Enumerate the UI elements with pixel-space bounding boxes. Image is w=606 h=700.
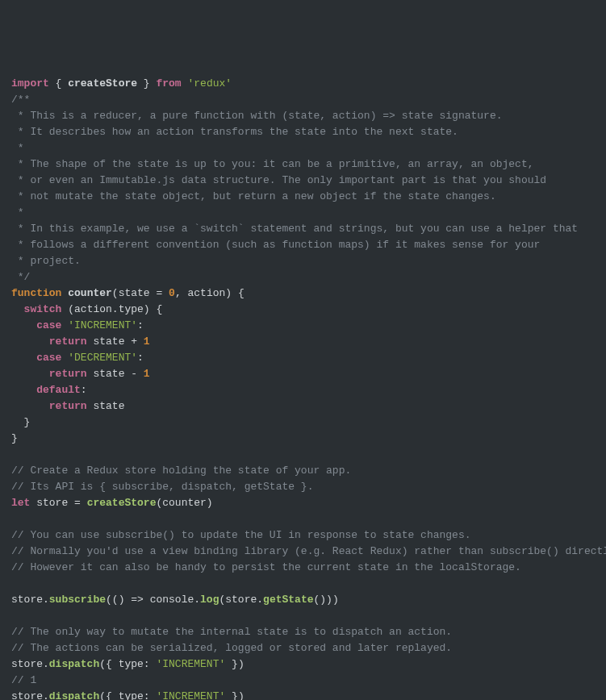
expr: ())): [314, 594, 339, 606]
comment: // Create a Redux store holding the stat…: [11, 465, 351, 477]
comment: * In this example, we use a `switch` sta…: [11, 223, 578, 235]
function-call: dispatch: [49, 658, 99, 670]
comment: */: [11, 271, 30, 283]
number: 1: [144, 368, 150, 380]
comment: // You can use subscribe() to update the…: [11, 529, 471, 541]
expr: (action.type) {: [61, 303, 162, 315]
expr: (store.: [219, 594, 263, 606]
brace: {: [49, 77, 68, 90]
keyword-return: return: [11, 335, 87, 348]
colon: :: [137, 319, 144, 331]
line: store.dispatch({ type: 'INCREMENT' }): [11, 658, 244, 670]
keyword-let: let: [11, 497, 30, 509]
comment: // 1: [11, 674, 36, 686]
expr: store.: [11, 658, 49, 670]
comment: *: [11, 142, 24, 154]
keyword-case: case: [11, 352, 61, 364]
line: return state + 1: [11, 335, 150, 348]
comment: // However it can also be handy to persi…: [11, 561, 521, 573]
colon: :: [81, 384, 87, 396]
comment: // The actions can be serialized, logged…: [11, 642, 452, 654]
keyword-function: function: [11, 287, 61, 299]
line: case 'DECREMENT':: [11, 352, 144, 364]
string: 'INCREMENT': [156, 690, 225, 700]
string: 'INCREMENT': [68, 319, 137, 331]
comment: * The shape of the state is up to you: i…: [11, 158, 534, 170]
line: default:: [11, 384, 87, 396]
comment: * It describes how an action transforms …: [11, 126, 458, 138]
expr: (counter): [156, 497, 212, 509]
function-call: getState: [263, 594, 313, 606]
function-call: createStore: [87, 497, 157, 509]
expr: }): [225, 690, 244, 700]
comment: /**: [11, 94, 30, 106]
line: let store = createStore(counter): [11, 497, 213, 509]
comment: * This is a reducer, a pure function wit…: [11, 110, 503, 122]
line: return state - 1: [11, 368, 150, 380]
expr: ({ type:: [99, 658, 156, 670]
string: 'redux': [187, 77, 232, 90]
keyword-return: return: [11, 400, 87, 412]
comment: // The only way to mutate the internal s…: [11, 626, 452, 638]
number: 0: [169, 287, 175, 299]
line: store.dispatch({ type: 'INCREMENT' }): [11, 690, 244, 700]
expr: state -: [87, 368, 144, 380]
number: 1: [144, 335, 150, 348]
expr: store =: [30, 497, 86, 509]
comment: * follows a different convention (such a…: [11, 239, 540, 251]
comment: * or even an Immutable.js data structure…: [11, 174, 546, 186]
keyword-switch: switch: [11, 303, 61, 315]
keyword-from: from: [156, 77, 181, 90]
function-name: counter: [61, 287, 111, 299]
line: function counter(state = 0, action) {: [11, 287, 244, 299]
keyword-case: case: [11, 319, 61, 331]
line: case 'INCREMENT':: [11, 319, 144, 331]
string: 'INCREMENT': [156, 658, 225, 670]
comment: // Normally you'd use a view binding lib…: [11, 545, 606, 557]
comment: // Its API is { subscribe, dispatch, get…: [11, 481, 313, 493]
string: 'DECREMENT': [68, 352, 137, 364]
colon: :: [137, 352, 144, 364]
params: (state =: [112, 287, 169, 299]
keyword-default: default: [11, 384, 81, 396]
line: import { createStore } from 'redux': [11, 77, 232, 90]
line: store.subscribe(() => console.log(store.…: [11, 594, 339, 606]
code-block: import { createStore } from 'redux' /** …: [11, 76, 595, 700]
identifier: createStore: [68, 77, 137, 90]
line: return state: [11, 400, 124, 412]
function-call: log: [200, 594, 219, 606]
line: switch (action.type) {: [11, 303, 162, 315]
expr: ({ type:: [99, 690, 156, 700]
expr: }): [225, 658, 244, 670]
params: , action) {: [175, 287, 244, 299]
expr: store.: [11, 594, 49, 606]
brace: }: [11, 416, 30, 428]
comment: *: [11, 206, 24, 219]
keyword-return: return: [11, 368, 87, 380]
function-call: subscribe: [49, 594, 106, 606]
expr: state +: [87, 335, 144, 348]
expr: state: [87, 400, 125, 412]
function-call: dispatch: [49, 690, 99, 700]
comment: * project.: [11, 255, 81, 267]
expr: (() => console.: [106, 594, 200, 606]
brace: }: [137, 77, 156, 90]
comment: * not mutate the state object, but retur…: [11, 190, 496, 202]
keyword-import: import: [11, 77, 49, 90]
expr: store.: [11, 690, 49, 700]
brace: }: [11, 432, 18, 444]
